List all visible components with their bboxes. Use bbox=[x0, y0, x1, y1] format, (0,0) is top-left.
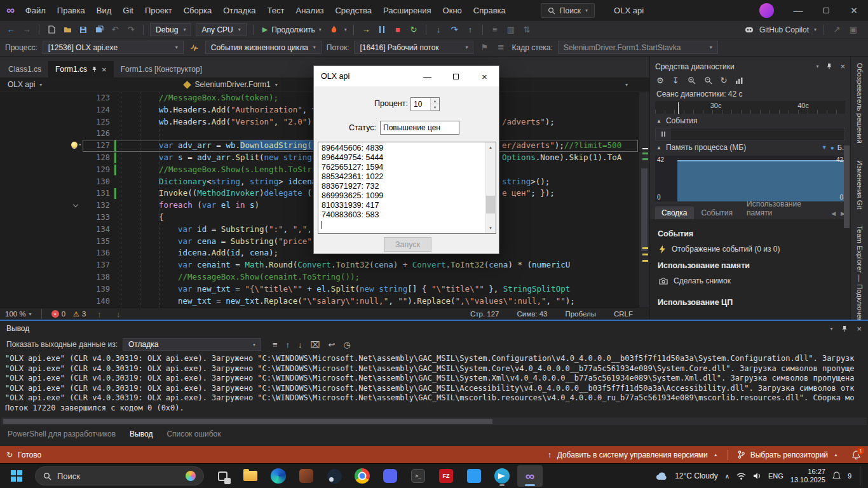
tab-close-icon[interactable]: × bbox=[102, 65, 107, 74]
member-dropdown-caret-icon[interactable]: ▾ bbox=[625, 82, 628, 88]
diagnostics-scrollbar[interactable] bbox=[844, 146, 850, 228]
menu-item-9[interactable]: Средства bbox=[329, 0, 377, 21]
minimize-button[interactable]: — bbox=[784, 0, 812, 21]
taskbar-vscode[interactable] bbox=[461, 465, 487, 487]
add-to-source-control-button[interactable]: Добавить в систему управления версиями bbox=[557, 451, 708, 459]
redo-icon[interactable]: ↷ bbox=[125, 25, 137, 34]
navigate-back-icon[interactable]: ← bbox=[5, 25, 17, 34]
output-source-dropdown[interactable]: Отладка▾ bbox=[123, 338, 261, 351]
sort-icon[interactable]: ⇅ bbox=[521, 25, 532, 34]
pause-events-icon[interactable] bbox=[656, 128, 671, 140]
type-dropdown-caret-icon[interactable]: ▾ bbox=[275, 82, 278, 88]
taskbar-search[interactable]: Поиск bbox=[35, 466, 204, 485]
taskbar-notification-count[interactable]: 9 bbox=[848, 472, 851, 480]
output-horizontal-scrollbar[interactable] bbox=[1, 417, 867, 425]
glyph-margin[interactable] bbox=[0, 283, 83, 295]
clear-all-icon[interactable]: ⌧ bbox=[311, 340, 320, 349]
outline-collapse-icon[interactable] bbox=[73, 202, 78, 207]
events-track[interactable] bbox=[655, 128, 845, 140]
right-tab-2[interactable]: Team Explorer — Подключение bbox=[856, 226, 864, 330]
scroll-up-icon[interactable]: ▲ bbox=[485, 142, 496, 152]
taskbar-edge[interactable] bbox=[266, 465, 291, 487]
document-tab-2[interactable]: Form1.cs [Конструктор] bbox=[114, 61, 209, 78]
window-position-icon[interactable]: ▾ bbox=[816, 64, 818, 69]
glyph-margin[interactable] bbox=[0, 259, 83, 271]
navigate-forward-icon[interactable]: → bbox=[21, 25, 32, 34]
step-over-icon[interactable]: ↷ bbox=[449, 25, 460, 34]
zoom-in-icon[interactable] bbox=[688, 76, 696, 85]
diag-tab-1[interactable]: События bbox=[695, 207, 740, 219]
whitespace-indicator[interactable]: Пробелы bbox=[565, 310, 596, 318]
menu-item-0[interactable]: Файл bbox=[20, 0, 51, 21]
taskbar-terminal[interactable] bbox=[405, 465, 431, 487]
copilot-dropdown-icon[interactable]: ▾ bbox=[814, 27, 817, 32]
glyph-margin[interactable] bbox=[0, 236, 83, 248]
dialog-close-button[interactable]: × bbox=[470, 66, 499, 86]
quick-actions-lightbulb-icon[interactable]: ▾ bbox=[71, 142, 81, 148]
glyph-margin[interactable] bbox=[0, 116, 83, 128]
column-indicator[interactable]: Симв: 43 bbox=[517, 310, 548, 318]
notifications-bell-icon[interactable] bbox=[832, 471, 841, 480]
user-avatar[interactable] bbox=[759, 3, 774, 18]
save-icon[interactable] bbox=[78, 26, 89, 34]
glyph-margin[interactable] bbox=[0, 152, 83, 164]
glyph-margin[interactable] bbox=[0, 104, 83, 116]
show-desktop-button[interactable] bbox=[860, 466, 862, 485]
tool-tab-1[interactable]: Вывод bbox=[130, 430, 153, 438]
show-next-statement-icon[interactable]: → bbox=[360, 25, 372, 34]
menu-item-8[interactable]: Анализ bbox=[290, 0, 330, 21]
stepper-up-icon[interactable]: ▲ bbox=[431, 98, 439, 104]
menu-item-12[interactable]: Справка bbox=[468, 0, 512, 21]
glyph-margin[interactable] bbox=[0, 128, 83, 140]
chart-icon[interactable] bbox=[735, 77, 743, 85]
scrollbar-thumb[interactable] bbox=[641, 168, 648, 251]
stack-frame-dropdown[interactable]: SeleniumDriver.Form1.StartStavka▾ bbox=[558, 41, 718, 54]
status-field[interactable] bbox=[380, 121, 459, 135]
dialog-minimize-button[interactable]: — bbox=[413, 66, 442, 86]
close-panel-icon[interactable]: × bbox=[857, 324, 862, 334]
menu-item-3[interactable]: Git bbox=[117, 0, 139, 21]
error-count[interactable]: ×0 bbox=[51, 310, 65, 318]
eol-indicator[interactable]: CRLF bbox=[614, 310, 633, 318]
glyph-margin[interactable] bbox=[0, 212, 83, 224]
glyph-margin[interactable] bbox=[0, 247, 83, 259]
menu-item-2[interactable]: Вид bbox=[91, 0, 118, 21]
right-tab-1[interactable]: Изменения Git bbox=[856, 160, 864, 209]
hot-reload-icon[interactable] bbox=[329, 25, 340, 34]
new-file-icon[interactable] bbox=[46, 25, 57, 34]
show-events-link[interactable]: Отображение событий (0 из 0) bbox=[658, 242, 843, 256]
lifecycle-events-button[interactable]: События жизненного цикла▾ bbox=[205, 41, 322, 54]
percent-stepper[interactable]: 10 ▲▼ bbox=[410, 97, 440, 111]
step-into-icon[interactable]: ↓ bbox=[433, 25, 444, 34]
document-tab-0[interactable]: Class1.cs bbox=[1, 61, 48, 78]
taskbar-steam[interactable] bbox=[322, 465, 347, 487]
tab-pin-icon[interactable] bbox=[92, 66, 97, 72]
pin-icon[interactable] bbox=[826, 63, 832, 70]
stepper-down-icon[interactable]: ▼ bbox=[431, 104, 439, 111]
window-position-icon[interactable]: ▾ bbox=[830, 326, 832, 332]
glyph-margin[interactable] bbox=[0, 271, 83, 283]
scroll-down-icon[interactable]: ▼ bbox=[485, 223, 496, 233]
tool-tab-0[interactable]: PowerShell для разработчиков bbox=[8, 430, 116, 438]
timeline-ruler[interactable]: 30с 40с bbox=[655, 101, 845, 114]
select-repository-button[interactable]: Выбрать репозиторий bbox=[750, 451, 828, 459]
find-in-files-icon[interactable]: ≡ bbox=[489, 25, 501, 34]
platform-dropdown[interactable]: Any CPU▾ bbox=[196, 23, 246, 36]
pin-icon[interactable] bbox=[841, 325, 848, 332]
find-message-icon[interactable]: ≡ bbox=[273, 340, 278, 349]
glyph-margin[interactable] bbox=[0, 187, 83, 200]
type-dropdown[interactable]: SeleniumDriver.Form1 bbox=[194, 80, 270, 89]
hidden-icons-chevron[interactable]: ∧ bbox=[725, 473, 729, 480]
hot-reload-dropdown-icon[interactable]: ▾ bbox=[344, 27, 347, 32]
reset-view-icon[interactable]: ↻ bbox=[721, 76, 728, 85]
maximize-button[interactable] bbox=[812, 0, 840, 21]
dialog-title-bar[interactable]: OLX api — × bbox=[314, 66, 499, 86]
diag-tab-0[interactable]: Сводка bbox=[655, 207, 694, 219]
events-section-header[interactable]: ▲ События bbox=[650, 114, 850, 128]
settings-gear-icon[interactable]: ⚙ bbox=[656, 76, 664, 85]
next-message-icon[interactable]: ↓ bbox=[298, 340, 302, 349]
close-button[interactable]: × bbox=[840, 0, 868, 21]
step-out-icon[interactable]: ↑ bbox=[465, 25, 476, 34]
menu-item-10[interactable]: Расширения bbox=[377, 0, 437, 21]
zoom-dropdown[interactable]: 100 %▾ bbox=[5, 310, 32, 318]
